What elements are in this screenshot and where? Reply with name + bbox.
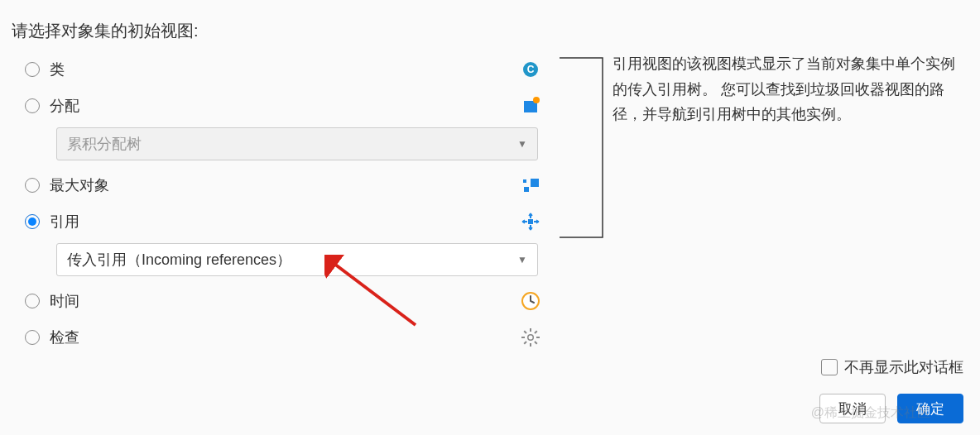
radio-icon (25, 330, 40, 345)
description-connector (560, 55, 605, 241)
radio-icon (25, 214, 40, 229)
svg-point-18 (529, 336, 533, 340)
option-allocation[interactable]: 分配 (25, 88, 542, 124)
do-not-show-label: 不再显示此对话框 (844, 357, 963, 377)
option-label: 分配 (50, 96, 521, 116)
svg-rect-7 (528, 219, 533, 224)
svg-rect-15 (524, 341, 527, 344)
chevron-down-icon: ▼ (517, 254, 527, 265)
class-icon: C (521, 60, 540, 79)
allocation-icon (521, 96, 540, 116)
radio-icon (25, 294, 40, 308)
radio-icon (25, 178, 40, 193)
checkbox-icon[interactable] (821, 359, 838, 375)
references-dropdown[interactable]: 传入引用（Incoming references） ▼ (56, 243, 538, 276)
option-label: 类 (50, 60, 521, 79)
svg-rect-17 (534, 341, 537, 344)
option-time[interactable]: 时间 (25, 283, 542, 319)
option-label: 引用 (50, 212, 521, 232)
svg-text:C: C (527, 64, 535, 75)
option-label: 最大对象 (50, 175, 521, 195)
svg-rect-6 (523, 179, 526, 183)
dropdown-text: 传入引用（Incoming references） (67, 250, 517, 270)
svg-rect-16 (524, 331, 527, 334)
option-biggest[interactable]: 最大对象 (25, 167, 542, 203)
option-inspect[interactable]: 检查 (25, 319, 542, 356)
prompt-title: 请选择对象集的初始视图: (12, 20, 199, 42)
references-icon (521, 212, 540, 232)
option-references[interactable]: 引用 (25, 203, 542, 240)
clock-icon (521, 291, 540, 311)
svg-rect-12 (521, 337, 525, 338)
biggest-objects-icon (521, 175, 540, 195)
view-options: 类 C 分配 累积分配树 ▼ 最大对象 引用 传入引用（Incoming ref… (25, 51, 542, 356)
radio-icon (25, 98, 40, 113)
option-label: 时间 (50, 291, 521, 311)
gear-icon (521, 327, 540, 347)
description-text: 引用视图的该视图模式显示了当前对象集中单个实例的传入引用树。 您可以查找到垃圾回… (612, 51, 960, 127)
allocation-dropdown: 累积分配树 ▼ (56, 127, 538, 160)
chevron-down-icon: ▼ (517, 138, 527, 150)
radio-icon (25, 62, 40, 77)
svg-rect-13 (536, 337, 540, 338)
option-label: 检查 (50, 327, 521, 347)
cancel-button[interactable]: 取消 (819, 394, 886, 423)
option-class[interactable]: 类 C (25, 51, 542, 88)
svg-rect-14 (534, 331, 537, 334)
dialog-footer: 取消 确定 (819, 394, 963, 423)
svg-rect-11 (530, 343, 531, 347)
ok-button[interactable]: 确定 (897, 394, 963, 423)
svg-point-3 (533, 97, 540, 103)
svg-rect-5 (524, 187, 529, 192)
svg-rect-10 (530, 328, 531, 332)
do-not-show-again[interactable]: 不再显示此对话框 (821, 357, 963, 377)
svg-rect-4 (531, 179, 539, 187)
dropdown-text: 累积分配树 (67, 134, 517, 154)
